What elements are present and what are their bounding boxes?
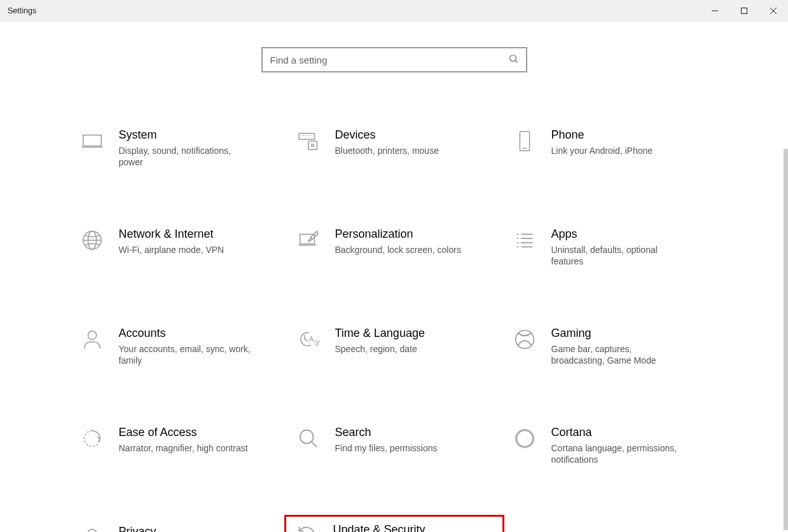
category-privacy[interactable]: Privacy Location, camera, microphone <box>73 521 283 532</box>
titlebar: Settings <box>0 0 788 22</box>
globe-icon <box>77 228 107 253</box>
category-title: Time & Language <box>335 327 425 341</box>
category-ease-of-access[interactable]: Ease of Access Narrator, magnifier, high… <box>73 422 283 479</box>
window-controls <box>700 0 788 21</box>
categories-grid: System Display, sound, notifications, po… <box>73 125 715 532</box>
category-desc: Background, lock screen, colors <box>335 244 461 256</box>
svg-rect-1 <box>742 8 747 13</box>
svg-line-29 <box>305 339 308 341</box>
phone-icon <box>509 128 540 154</box>
category-desc: Speech, region, date <box>335 343 425 355</box>
category-desc: Cortana language, permissions, notificat… <box>551 442 685 467</box>
minimize-icon <box>712 8 718 14</box>
svg-point-4 <box>509 55 516 61</box>
window-title: Settings <box>8 6 36 15</box>
system-icon <box>77 128 107 154</box>
brush-icon <box>293 228 324 253</box>
category-devices[interactable]: Devices Bluetooth, printers, mouse <box>289 125 499 182</box>
magnify-icon <box>293 426 324 451</box>
category-search[interactable]: Search Find my files, permissions <box>289 422 499 479</box>
person-icon <box>77 327 107 352</box>
svg-text:字: 字 <box>313 339 320 347</box>
update-icon <box>291 523 322 532</box>
category-network[interactable]: Network & Internet Wi-Fi, airplane mode,… <box>73 224 283 281</box>
category-personalization[interactable]: Personalization Background, lock screen,… <box>289 224 499 281</box>
category-accounts[interactable]: Accounts Your accounts, email, sync, wor… <box>73 323 283 380</box>
category-title: Phone <box>551 128 653 142</box>
category-title: Network & Internet <box>119 228 225 242</box>
category-desc: Bluetooth, printers, mouse <box>335 145 439 157</box>
xbox-icon <box>509 327 540 352</box>
category-title: Privacy <box>119 525 238 532</box>
ease-icon <box>77 426 107 451</box>
category-title: Devices <box>335 128 439 142</box>
category-desc: Game bar, captures, broadcasting, Game M… <box>551 343 685 367</box>
category-title: Gaming <box>551 327 685 341</box>
category-title: Cortana <box>551 426 685 440</box>
content-area: System Display, sound, notifications, po… <box>0 22 788 532</box>
category-phone[interactable]: Phone Link your Android, iPhone <box>506 125 715 182</box>
devices-icon <box>293 128 324 154</box>
lock-icon <box>77 525 107 532</box>
category-title: Apps <box>551 228 685 242</box>
category-title: Accounts <box>119 327 252 341</box>
category-cortana[interactable]: Cortana Cortana language, permissions, n… <box>506 422 715 479</box>
category-title: System <box>119 128 252 142</box>
maximize-icon <box>741 8 747 14</box>
category-system[interactable]: System Display, sound, notifications, po… <box>73 125 283 182</box>
category-desc: Uninstall, defaults, optional features <box>551 244 685 268</box>
maximize-button[interactable] <box>729 0 759 21</box>
list-icon <box>509 228 540 253</box>
category-title: Update & Security <box>333 523 467 532</box>
category-apps[interactable]: Apps Uninstall, defaults, optional featu… <box>506 224 715 281</box>
category-time-language[interactable]: A字 Time & Language Speech, region, date <box>289 323 499 380</box>
category-desc: Link your Android, iPhone <box>551 145 653 157</box>
svg-point-33 <box>300 430 313 444</box>
category-desc: Your accounts, email, sync, work, family <box>119 343 252 367</box>
svg-rect-12 <box>520 132 529 151</box>
scrollbar[interactable] <box>784 149 788 530</box>
svg-rect-9 <box>308 141 317 149</box>
svg-line-34 <box>311 442 317 447</box>
category-desc: Display, sound, notifications, power <box>119 145 252 169</box>
svg-rect-8 <box>298 133 314 140</box>
svg-point-36 <box>516 430 533 447</box>
close-button[interactable] <box>759 0 788 21</box>
time-language-icon: A字 <box>293 327 324 352</box>
svg-rect-6 <box>83 135 101 146</box>
search-wrap <box>0 47 788 72</box>
search-icon <box>509 54 518 66</box>
minimize-button[interactable] <box>700 0 729 21</box>
svg-point-32 <box>515 331 534 349</box>
svg-point-10 <box>311 144 314 147</box>
category-gaming[interactable]: Gaming Game bar, captures, broadcasting,… <box>506 323 715 380</box>
svg-point-27 <box>88 331 96 339</box>
svg-line-5 <box>515 60 517 62</box>
category-title: Ease of Access <box>119 426 248 440</box>
category-desc: Wi-Fi, airplane mode, VPN <box>119 244 225 256</box>
close-icon <box>770 8 777 14</box>
category-title: Search <box>335 426 438 440</box>
cortana-icon <box>509 426 540 451</box>
category-title: Personalization <box>335 228 461 242</box>
category-desc: Find my files, permissions <box>335 442 438 454</box>
category-update-security[interactable]: Update & Security Windows Update, recove… <box>284 515 504 532</box>
search-input[interactable] <box>270 55 509 65</box>
category-desc: Narrator, magnifier, high contrast <box>119 442 248 454</box>
search-box[interactable] <box>261 47 527 72</box>
